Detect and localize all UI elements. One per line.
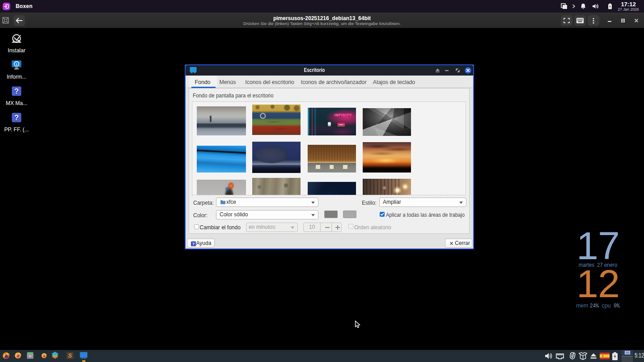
svg-text:?: ?: [14, 114, 19, 122]
svg-text:?: ?: [14, 88, 19, 95]
svg-text:?: ?: [192, 241, 195, 246]
svg-text:S: S: [68, 353, 72, 359]
